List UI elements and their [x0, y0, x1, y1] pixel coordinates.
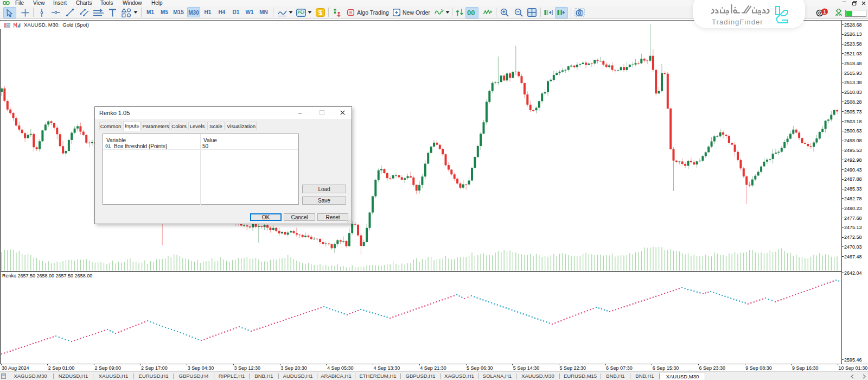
- svg-text:1: 1: [823, 9, 826, 15]
